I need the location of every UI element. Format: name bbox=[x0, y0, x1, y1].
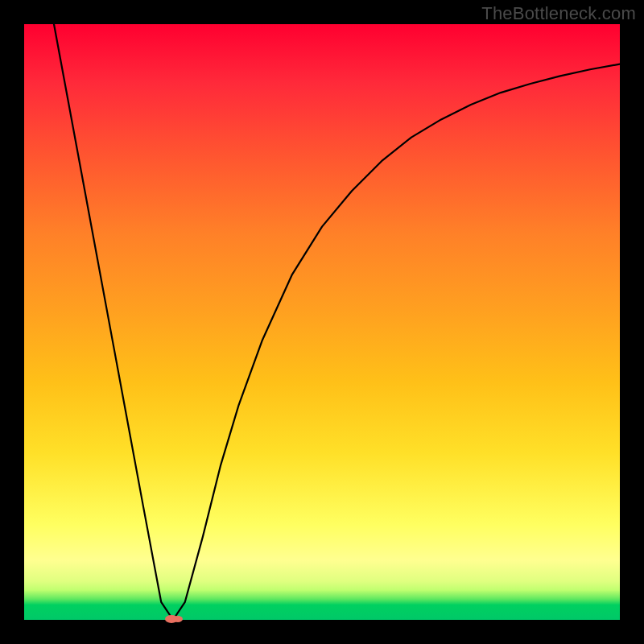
bottleneck-curve bbox=[24, 24, 620, 620]
optimal-point-marker-shadow bbox=[173, 616, 183, 622]
watermark-text: TheBottleneck.com bbox=[481, 3, 636, 24]
chart-frame: TheBottleneck.com bbox=[0, 0, 644, 644]
